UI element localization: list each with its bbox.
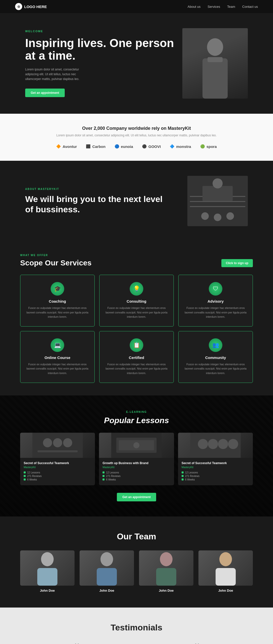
svg-rect-16 (38, 450, 78, 452)
member-name-2: John Doe (80, 589, 134, 592)
brand-eunoia: 🔵 eunoia (115, 144, 133, 149)
nav-contact[interactable]: Contact us (242, 5, 258, 9)
about-content: ABOUT MASTERYKIT We will bring you to th… (25, 188, 172, 215)
service-desc: Fusce ex vulputate integer hac elementum… (105, 306, 168, 319)
lessons-cta-button[interactable]: Get an appointment (117, 493, 156, 501)
about-image (187, 176, 248, 226)
consulting-icon: 💡 (130, 282, 143, 296)
svg-point-13 (43, 438, 52, 447)
lesson-title-1: Secret of Successful Teamwork (24, 461, 91, 465)
svg-point-22 (198, 439, 208, 449)
brand-icon: ⬛ (86, 144, 91, 149)
service-card-consulting: 💡 Consulting Fusce ex vulputate integer … (99, 275, 174, 327)
about-title: We will bring you to the next level of b… (25, 194, 172, 215)
meta-dot (24, 475, 26, 477)
service-desc: Fusce ex vulputate integer hac elementum… (25, 306, 89, 319)
meta-dot (182, 475, 184, 477)
services-label: WHAT WE OFFER (20, 254, 91, 257)
lesson-card-2: Growth up Business with Brand MasteryKit… (99, 433, 174, 485)
lessons-title: Popular Lessons (20, 416, 253, 425)
lesson-card-3: Secret of Successful Teamwork MasteryKit… (178, 433, 253, 485)
hero-description: Lorem ipsum dolor sit amet, consectetur … (25, 67, 91, 82)
lesson-meta-1: 12 Lessons 271 Reviews 6 Weeks (24, 471, 91, 481)
lesson-subtitle-1: MasteryKit (24, 466, 91, 469)
services-title: Scope Our Services (20, 259, 91, 267)
services-cta-button[interactable]: Click to sign up (221, 259, 253, 267)
services-header: WHAT WE OFFER Scope Our Services Click t… (20, 254, 253, 267)
lesson-meta-3: 12 Lessons 271 Reviews 6 Weeks (182, 471, 249, 481)
lesson-meta-2: 12 Lessons 271 Reviews 6 Weeks (103, 471, 170, 481)
advisory-icon: 🛡 (209, 282, 222, 296)
brand-label: GOOVI (148, 144, 161, 149)
testimonials-section: Testimonials ❝ Finibus nunc quis turpis … (0, 608, 273, 644)
nav-team[interactable]: Team (227, 5, 235, 9)
svg-point-9 (201, 212, 209, 220)
brand-icon: 🟢 (200, 144, 205, 149)
lesson-meta-item: 6 Weeks (182, 478, 249, 481)
lesson-weeks: 6 Weeks (185, 478, 195, 481)
lesson-weeks: 6 Weeks (106, 478, 116, 481)
meta-dot (103, 471, 105, 473)
lesson-meta-item: 6 Weeks (103, 478, 170, 481)
service-card-community: 👥 Community Fusce ex vulputate integer h… (178, 331, 253, 383)
lessons-content: E-LEARNING Popular Lessons (20, 411, 253, 501)
lesson-lessons: 12 Lessons (106, 471, 119, 474)
meta-dot (182, 471, 184, 473)
brands-section: Over 2,000 Company worldwide rely on Mas… (0, 114, 273, 161)
online-course-icon: 💻 (51, 338, 64, 352)
testimonials-grid: ❝ Finibus nunc quis turpis quis leo volu… (20, 642, 253, 644)
meta-dot (24, 471, 26, 473)
brand-icon: 🔶 (56, 144, 61, 149)
lesson-weeks: 6 Weeks (27, 478, 37, 481)
svg-point-20 (133, 442, 140, 448)
brand-icon: ⚫ (142, 144, 147, 149)
svg-point-25 (228, 439, 238, 449)
brand-label: Carbon (92, 144, 106, 149)
svg-point-30 (160, 552, 173, 566)
hero-cta-button[interactable]: Get an appointment (25, 89, 65, 97)
member-name-3: John Doe (139, 589, 193, 592)
svg-point-14 (53, 438, 62, 447)
svg-rect-33 (216, 568, 236, 586)
hero-section: WELCOME Inspiring lives. One person at a… (0, 13, 273, 114)
nav-about[interactable]: About us (188, 5, 200, 9)
lesson-meta-item: 12 Lessons (103, 471, 170, 474)
service-name: Consulting (105, 299, 168, 303)
team-member-1: John Doe (20, 550, 75, 592)
brand-carbon: ⬛ Carbon (86, 144, 106, 149)
brands-list: 🔶 Avontur ⬛ Carbon 🔵 eunoia ⚫ GOOVI 🔷 mo… (20, 144, 253, 149)
lesson-title-3: Secret of Successful Teamwork (182, 461, 249, 465)
services-header-left: WHAT WE OFFER Scope Our Services (20, 254, 91, 267)
service-desc: Fusce ex vulputate integer hac elementum… (25, 362, 89, 376)
team-member-4: John Doe (198, 550, 253, 592)
svg-point-10 (214, 214, 221, 221)
logo-icon: ◎ (15, 3, 22, 10)
member-name-4: John Doe (198, 589, 253, 592)
services-section: WHAT WE OFFER Scope Our Services Click t… (0, 241, 273, 395)
service-card-advisory: 🛡 Advisory Fusce ex vulputate integer ha… (178, 275, 253, 327)
service-card-certified: 📋 Certified Fusce ex vulputate integer h… (99, 331, 174, 383)
svg-rect-5 (190, 201, 245, 202)
team-grid: John Doe John Doe John Doe (20, 550, 253, 592)
service-name: Coaching (25, 299, 89, 303)
svg-point-15 (63, 438, 72, 447)
lesson-image-2 (99, 433, 174, 458)
nav-services[interactable]: Services (208, 5, 220, 9)
svg-rect-2 (208, 57, 223, 62)
lesson-reviews: 271 Reviews (185, 475, 199, 477)
svg-rect-27 (37, 568, 57, 586)
lesson-card-1: Secret of Successful Teamwork MasteryKit… (20, 433, 95, 485)
member-photo-3 (139, 550, 193, 586)
office-photo (187, 176, 248, 226)
service-name: Advisory (184, 299, 248, 303)
svg-rect-29 (97, 568, 117, 586)
quote-mark-2: ❝ (140, 642, 253, 644)
service-card-online-course: 💻 Online Course Fusce ex vulputate integ… (20, 331, 95, 383)
testimonials-title: Testimonials (20, 623, 253, 632)
svg-point-32 (219, 552, 232, 566)
lesson-photo-2 (99, 433, 174, 458)
logo[interactable]: ◎ LOGO HERE (15, 3, 47, 10)
certified-icon: 📋 (130, 338, 143, 352)
lesson-image-1 (20, 433, 95, 458)
lessons-section: E-LEARNING Popular Lessons (0, 395, 273, 516)
